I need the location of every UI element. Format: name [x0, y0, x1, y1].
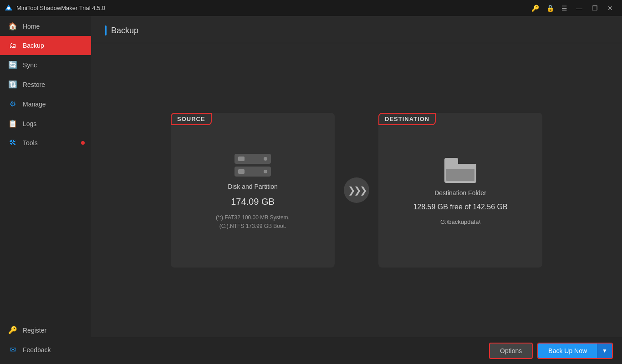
restore-button[interactable]: ❐	[587, 2, 602, 15]
page-title: Backup	[111, 26, 138, 35]
menu-icon[interactable]: ☰	[561, 5, 567, 12]
sidebar-label-register: Register	[23, 327, 46, 334]
sidebar-label-logs: Logs	[23, 120, 36, 127]
tools-icon: 🛠	[8, 139, 17, 147]
backup-icon: 🗂	[8, 41, 17, 50]
source-label: SOURCE	[171, 113, 212, 125]
sidebar-label-tools: Tools	[23, 139, 38, 147]
source-detail-text: (*:).FAT32 100.00 MB System. (C:).NTFS 1…	[216, 213, 290, 231]
disk-slot-1	[235, 154, 271, 164]
minimize-button[interactable]: —	[572, 2, 586, 15]
sync-icon: 🔄	[8, 61, 17, 69]
destination-free-text: 128.59 GB free of 142.56 GB	[413, 203, 507, 211]
cards-row: SOURCE Disk and Partition 174.09 GB (*:)…	[152, 113, 561, 268]
arrow-symbol: ❯❯❯	[348, 185, 366, 196]
sidebar-label-backup: Backup	[23, 42, 44, 49]
destination-type-text: Destination Folder	[434, 189, 486, 197]
manage-icon: ⚙	[8, 100, 17, 108]
backup-now-button[interactable]: Back Up Now	[538, 344, 597, 358]
titlebar: MiniTool ShadowMaker Trial 4.5.0 🔑 🔒 ☰ —…	[0, 0, 622, 16]
options-button[interactable]: Options	[489, 343, 533, 359]
destination-icon-area	[444, 158, 476, 183]
disk-slot-2	[235, 167, 271, 177]
tools-badge	[81, 141, 85, 145]
arrow-indicator: ❯❯❯	[344, 177, 369, 203]
svg-point-1	[7, 7, 10, 10]
folder-icon	[444, 158, 476, 183]
content-area: Backup SOURCE Disk and Partition 174.09 …	[91, 16, 622, 364]
register-icon: 🔑	[8, 326, 17, 334]
logs-icon: 📋	[8, 119, 17, 128]
source-card[interactable]: SOURCE Disk and Partition 174.09 GB (*:)…	[171, 113, 335, 268]
destination-path-text: G:\backupdata\	[440, 217, 480, 227]
sidebar-item-home[interactable]: 🏠 Home	[0, 16, 91, 36]
folder-body	[444, 164, 476, 183]
backup-area: SOURCE Disk and Partition 174.09 GB (*:)…	[91, 43, 622, 337]
sidebar-item-manage[interactable]: ⚙ Manage	[0, 94, 91, 114]
destination-label: DESTINATION	[378, 113, 436, 125]
disk-icon	[235, 154, 271, 177]
app-logo	[5, 4, 13, 12]
restore-icon: 🔃	[8, 80, 17, 89]
source-size-text: 174.09 GB	[231, 197, 275, 207]
sidebar-label-feedback: Feedback	[23, 346, 51, 354]
sidebar-label-home: Home	[23, 23, 40, 30]
sidebar-item-register[interactable]: 🔑 Register	[0, 320, 91, 340]
title-icons: 🔑 🔒 ☰	[531, 5, 567, 12]
key-icon[interactable]: 🔑	[531, 5, 539, 12]
sidebar-item-restore[interactable]: 🔃 Restore	[0, 75, 91, 94]
backup-now-dropdown[interactable]: ▼	[597, 344, 612, 358]
sidebar-label-manage: Manage	[23, 101, 46, 108]
sidebar-item-tools[interactable]: 🛠 Tools	[0, 133, 91, 152]
home-icon: 🏠	[8, 22, 17, 30]
bottom-bar: Options Back Up Now ▼	[91, 337, 622, 364]
sidebar-item-sync[interactable]: 🔄 Sync	[0, 55, 91, 75]
source-type-text: Disk and Partition	[228, 183, 278, 190]
sidebar-label-sync: Sync	[23, 61, 37, 69]
folder-open	[446, 169, 474, 181]
source-detail-line1: (*:).FAT32 100.00 MB System.	[216, 214, 290, 221]
main-layout: 🏠 Home 🗂 Backup 🔄 Sync 🔃 Restore ⚙ Manag…	[0, 16, 622, 364]
window-controls: — ❐ ✕	[572, 2, 617, 15]
sidebar-bottom: 🔑 Register ✉ Feedback	[0, 320, 91, 364]
destination-card[interactable]: DESTINATION Destination Folder 128.59 GB…	[378, 113, 542, 268]
source-detail-line2: (C:).NTFS 173.99 GB Boot.	[219, 223, 286, 229]
source-icon-area	[235, 154, 271, 177]
feedback-icon: ✉	[8, 345, 17, 354]
header-accent	[105, 25, 107, 35]
lock-icon[interactable]: 🔒	[546, 5, 554, 12]
page-header: Backup	[91, 16, 622, 43]
sidebar-item-feedback[interactable]: ✉ Feedback	[0, 340, 91, 359]
sidebar-item-backup[interactable]: 🗂 Backup	[0, 36, 91, 55]
app-title: MiniTool ShadowMaker Trial 4.5.0	[16, 5, 531, 11]
sidebar-item-logs[interactable]: 📋 Logs	[0, 114, 91, 133]
sidebar: 🏠 Home 🗂 Backup 🔄 Sync 🔃 Restore ⚙ Manag…	[0, 16, 91, 364]
close-button[interactable]: ✕	[603, 2, 617, 15]
sidebar-label-restore: Restore	[23, 81, 45, 88]
backup-now-group: Back Up Now ▼	[537, 343, 613, 359]
